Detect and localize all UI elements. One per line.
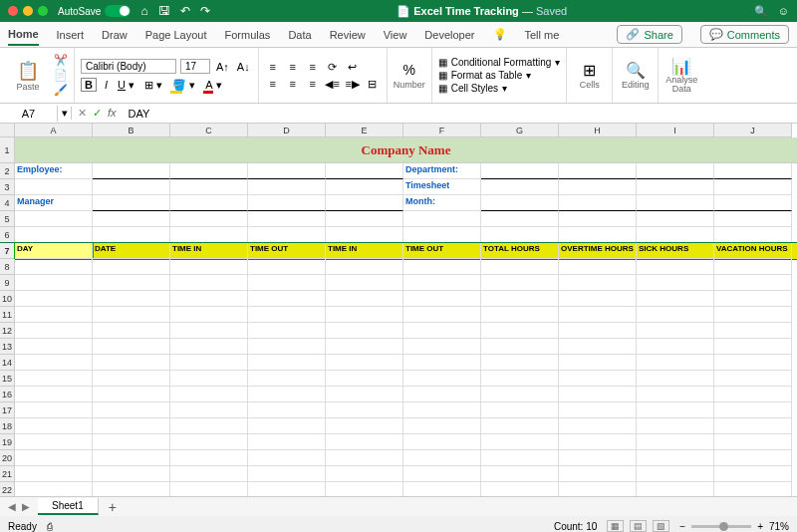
align-bottom-icon[interactable]: ≡ (305, 61, 321, 74)
cells-button[interactable]: ⊞ Cells (567, 48, 613, 103)
row-header[interactable]: 22 (0, 482, 15, 496)
tab-draw[interactable]: Draw (102, 25, 128, 45)
cell-styles-button[interactable]: ▦ Cell Styles ▾ (438, 83, 561, 94)
cut-icon[interactable]: ✂️ (54, 54, 68, 67)
col-header[interactable]: C (170, 124, 248, 137)
table-row[interactable]: 8 (0, 259, 797, 275)
align-middle-icon[interactable]: ≡ (285, 61, 301, 74)
percent-icon[interactable]: % (402, 62, 414, 78)
increase-indent-icon[interactable]: ≡▶ (345, 78, 361, 91)
row-header[interactable]: 5 (0, 211, 15, 227)
tab-developer[interactable]: Developer (424, 25, 474, 45)
wrap-text-icon[interactable]: ↩ (345, 61, 361, 74)
cancel-formula-icon[interactable]: ✕ (78, 107, 87, 120)
underline-button[interactable]: U ▾ (116, 79, 136, 92)
first-sheet-icon[interactable]: ◀ (8, 501, 16, 512)
copy-icon[interactable]: 📄 (54, 69, 68, 82)
font-color-button[interactable]: A ▾ (203, 79, 223, 92)
row-header[interactable]: 3 (0, 179, 15, 195)
table-row[interactable]: 5 (0, 211, 797, 227)
accessibility-icon[interactable]: ⎙ (47, 521, 53, 532)
row-header[interactable]: 4 (0, 195, 15, 211)
table-row[interactable]: 3Timesheet (0, 179, 797, 195)
table-row[interactable]: 11 (0, 307, 797, 323)
tellme[interactable]: Tell me (525, 25, 560, 45)
col-header[interactable]: I (637, 124, 714, 137)
paste-button[interactable]: 📋 Paste (6, 50, 50, 101)
table-row[interactable]: 1 Company Name (0, 137, 797, 163)
tab-data[interactable]: Data (288, 25, 311, 45)
col-header[interactable]: H (559, 124, 637, 137)
add-sheet-button[interactable]: + (99, 499, 127, 515)
normal-view-icon[interactable]: ▦ (607, 520, 624, 532)
col-header[interactable]: A (15, 124, 93, 137)
font-name-input[interactable] (81, 59, 176, 74)
tab-page-layout[interactable]: Page Layout (145, 25, 207, 45)
decrease-indent-icon[interactable]: ◀≡ (325, 78, 341, 91)
autosave-toggle[interactable] (105, 5, 131, 17)
table-row[interactable]: 17 (0, 402, 797, 418)
zoom-in-button[interactable]: + (757, 521, 763, 532)
zoom-window-icon[interactable] (38, 6, 48, 16)
formula-input[interactable]: DAY (123, 108, 797, 120)
row-header[interactable]: 2 (0, 163, 15, 179)
table-row[interactable]: 13 (0, 339, 797, 355)
row-header[interactable]: 15 (0, 371, 15, 387)
row-header[interactable]: 16 (0, 387, 15, 402)
row-header[interactable]: 21 (0, 466, 15, 482)
table-row[interactable]: 14 (0, 355, 797, 371)
format-as-table-button[interactable]: ▦ Format as Table ▾ (438, 70, 561, 81)
row-header[interactable]: 20 (0, 450, 15, 466)
decrease-font-icon[interactable]: A↓ (235, 61, 252, 73)
zoom-slider[interactable] (691, 525, 751, 528)
table-row[interactable]: 20 (0, 450, 797, 466)
last-sheet-icon[interactable]: ▶ (22, 501, 30, 512)
row-header[interactable]: 6 (0, 227, 15, 243)
align-center-icon[interactable]: ≡ (285, 78, 301, 91)
table-row[interactable]: 22 (0, 482, 797, 496)
conditional-formatting-button[interactable]: ▦ Conditional Formatting ▾ (438, 57, 561, 68)
table-row[interactable]: 9 (0, 275, 797, 291)
page-break-view-icon[interactable]: ▧ (653, 520, 669, 532)
close-window-icon[interactable] (8, 6, 18, 16)
orientation-icon[interactable]: ⟳ (325, 61, 341, 74)
bold-button[interactable]: B (81, 78, 97, 92)
zoom-percent[interactable]: 71% (769, 521, 789, 532)
redo-icon[interactable]: ↷ (200, 4, 210, 18)
table-row[interactable]: 21 (0, 466, 797, 482)
table-row[interactable]: 4 Manager Month: (0, 195, 797, 211)
analyse-data-button[interactable]: 📊 Analyse Data (659, 48, 704, 103)
table-row[interactable]: 10 (0, 291, 797, 307)
select-all-corner[interactable] (0, 124, 15, 137)
italic-button[interactable]: I (103, 79, 110, 91)
spreadsheet-grid[interactable]: A B C D E F G H I J 1 Company Name 2 Emp… (0, 124, 797, 496)
row-header[interactable]: 10 (0, 291, 15, 307)
search-icon[interactable]: 🔍 (754, 5, 768, 18)
table-row[interactable]: 15 (0, 371, 797, 387)
row-header[interactable]: 18 (0, 418, 15, 434)
format-painter-icon[interactable]: 🖌️ (54, 84, 68, 97)
tab-view[interactable]: View (384, 25, 407, 45)
fx-icon[interactable]: fx (108, 107, 117, 120)
table-row[interactable]: 12 (0, 323, 797, 339)
align-top-icon[interactable]: ≡ (265, 61, 281, 74)
merge-icon[interactable]: ⊟ (365, 78, 381, 91)
row-header[interactable]: 7 (0, 243, 15, 259)
row-header[interactable]: 19 (0, 434, 15, 450)
home-icon[interactable]: ⌂ (140, 4, 147, 18)
emoji-icon[interactable]: ☺ (778, 5, 789, 18)
zoom-out-button[interactable]: − (679, 521, 685, 532)
name-box-dropdown[interactable]: ▾ (58, 107, 72, 120)
share-button[interactable]: 🔗 Share (617, 25, 681, 44)
font-size-input[interactable] (180, 59, 210, 74)
editing-button[interactable]: 🔍 Editing (613, 48, 659, 103)
row-header[interactable]: 14 (0, 355, 15, 371)
table-row[interactable]: 18 (0, 418, 797, 434)
tab-insert[interactable]: Insert (57, 25, 85, 45)
row-header[interactable]: 13 (0, 339, 15, 355)
comments-button[interactable]: 💬 Comments (700, 25, 789, 44)
sheet-tab-sheet1[interactable]: Sheet1 (38, 498, 99, 515)
undo-icon[interactable]: ↶ (180, 4, 190, 18)
tab-home[interactable]: Home (8, 24, 39, 46)
page-layout-view-icon[interactable]: ▤ (630, 520, 647, 532)
